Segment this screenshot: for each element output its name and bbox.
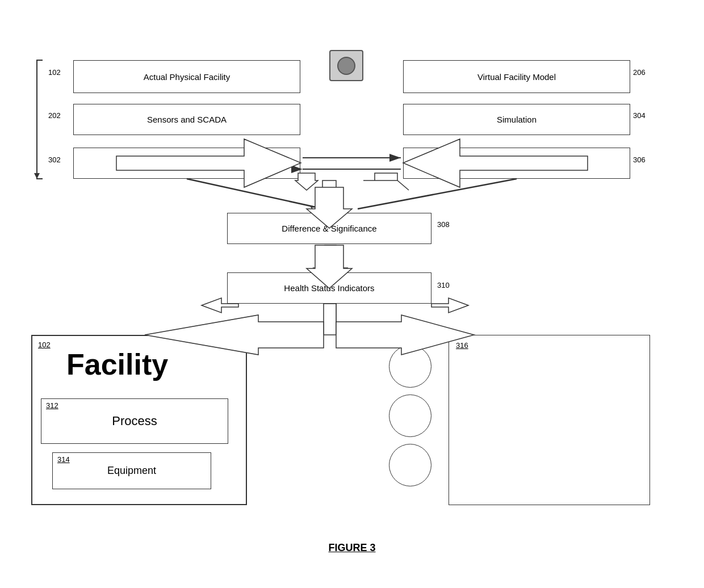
process-ref: 312 (46, 401, 58, 410)
health-status-box: Health Status Indicators (227, 272, 431, 304)
sensor-voltage-box: Sensor Voltage/Current..etc (73, 148, 300, 179)
actual-physical-facility-box: Actual Physical Facility (73, 60, 300, 93)
ref-304: 304 (633, 111, 646, 120)
ref-302: 302 (48, 156, 61, 164)
ref316-label: 316 (456, 341, 468, 350)
difference-label: Difference & Significance (282, 224, 376, 233)
svg-marker-18 (431, 298, 468, 313)
simulation-box: Simulation (403, 104, 630, 135)
svg-marker-0 (34, 173, 40, 179)
svg-marker-12 (363, 173, 409, 190)
ref-308: 308 (437, 220, 450, 229)
process-label: Process (112, 414, 157, 429)
svg-line-9 (187, 179, 324, 209)
ref-310: 310 (437, 281, 450, 289)
sensors-scada-box: Sensors and SCADA (73, 104, 300, 135)
difference-box: Difference & Significance (227, 213, 431, 244)
camera-lens (337, 57, 355, 75)
ref-202: 202 (48, 111, 61, 120)
facility-outer-box: 102 Facility 312 Process 314 Equipment (31, 335, 247, 505)
equipment-box: 314 Equipment (52, 452, 211, 489)
svg-rect-25 (324, 304, 336, 335)
process-box: 312 Process (41, 398, 228, 444)
virtual-facility-box: Virtual Facility Model (403, 60, 630, 93)
facility-title: Facility (66, 347, 168, 381)
ref-306: 306 (633, 156, 646, 164)
health-status-label: Health Status Indicators (284, 283, 374, 293)
camera-icon (329, 50, 363, 81)
svg-line-10 (358, 179, 517, 209)
simulation-label: Simulation (497, 115, 537, 124)
actual-physical-facility-label: Actual Physical Facility (144, 72, 231, 82)
svg-rect-15 (325, 245, 336, 271)
ref316-box: 316 (449, 335, 650, 505)
sensors-scada-label: Sensors and SCADA (147, 115, 227, 124)
equipment-label: Equipment (107, 465, 156, 477)
sensor-voltage-label: Sensor Voltage/Current..etc (135, 158, 239, 168)
facility-ref-102: 102 (38, 341, 51, 349)
svg-rect-19 (325, 304, 336, 326)
predicted-voltage-box: Predicted Voltage/Current..etc (403, 148, 630, 179)
circle-2 (389, 394, 431, 437)
circle-1 (389, 345, 431, 388)
circle-3 (389, 444, 431, 486)
diagram: Actual Physical Facility Sensors and SCA… (0, 0, 704, 588)
virtual-facility-label: Virtual Facility Model (477, 72, 556, 82)
ref-206: 206 (633, 68, 646, 77)
equipment-ref: 314 (57, 455, 70, 464)
predicted-voltage-label: Predicted Voltage/Current..etc (460, 158, 573, 168)
svg-rect-13 (322, 180, 336, 212)
figure-label: FIGURE 3 (0, 542, 704, 554)
ref-102: 102 (48, 68, 61, 77)
